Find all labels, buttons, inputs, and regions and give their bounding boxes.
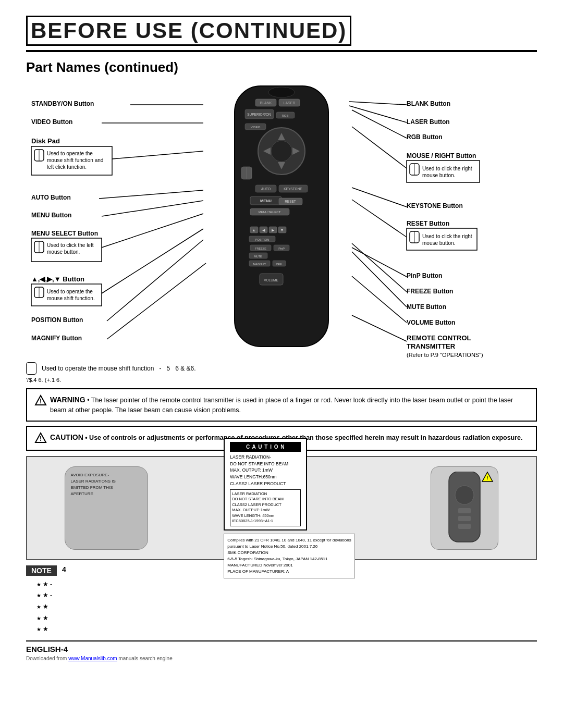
svg-line-82 [352, 248, 407, 277]
note-item-1: ★ - [36, 579, 537, 590]
arrow-callout-1: Used to operate the [47, 289, 93, 294]
svg-line-57 [112, 151, 203, 159]
volume-label: VOLUME Button [407, 319, 455, 326]
note-item-2: ★ - [36, 590, 537, 601]
note-item-3: ★ [36, 601, 537, 613]
svg-rect-94 [458, 516, 471, 521]
svg-text:POSITION: POSITION [255, 238, 269, 241]
laser-label: LASER Button [407, 118, 450, 126]
menuselect-callout-2: mouse button. [47, 249, 80, 255]
caution-label-secondary: LASER RADIATION DO NOT STARE INTO BEAM C… [230, 489, 301, 526]
svg-text:!: ! [40, 435, 42, 442]
mouse-icon [26, 362, 36, 375]
avoid-line-1: AVOID EXPOSURE- [70, 472, 116, 478]
arrow-callout-2: mouse shift function. [47, 295, 95, 301]
download-text: Downloaded from www.Manualslib.com manua… [26, 656, 537, 661]
remote-photo-right-svg [444, 472, 485, 545]
svg-text:SUPERIOR/ON: SUPERIOR/ON [247, 113, 271, 116]
remote-photo-left: AVOID EXPOSURE- LASER RADIATIONS IS EMIT… [65, 466, 148, 550]
sub-ref: '/$.4 6. (+.1 6. [26, 377, 537, 383]
caution-label-primary: C A U T I O N LASER RADIATION- DO NOT ST… [224, 438, 307, 530]
svg-line-68 [107, 240, 203, 321]
svg-line-86 [352, 315, 407, 341]
caution-labels: C A U T I O N LASER RADIATION- DO NOT ST… [224, 438, 354, 578]
svg-text:MUTE: MUTE [254, 255, 262, 258]
svg-text:MENU: MENU [260, 199, 272, 203]
svg-text:RESET: RESET [285, 200, 296, 203]
mouseright-label: MOUSE / RIGHT Button [407, 152, 476, 159]
standby-label: STANDBY/ON Button [31, 100, 94, 107]
warning-title: WARNING [50, 396, 85, 404]
diskpad-label: Disk Pad [31, 137, 60, 145]
diagram-svg: BLANK LASER SUPERIOR/ON RGB VIDEO [26, 81, 537, 362]
diskpad-callout-2: mouse shift function and [47, 157, 103, 163]
warning-box: ! WARNING • The laser pointer of the rem… [26, 388, 537, 422]
warning-sticker: ! [481, 471, 494, 484]
svg-line-70 [349, 102, 407, 105]
svg-text:OFF: OFF [276, 263, 283, 266]
svg-text:!: ! [40, 398, 42, 405]
svg-text:VOLUME: VOLUME [264, 278, 278, 282]
manualslib-link[interactable]: www.Manualslib.com [68, 656, 117, 661]
transmitter-label-1: REMOTE CONTROL [407, 334, 471, 342]
svg-text:PinP: PinP [278, 247, 285, 250]
reset-label: RESET Button [407, 220, 449, 227]
diskpad-callout-1: Used to operate the [47, 151, 93, 156]
note-label: NOTE [26, 565, 57, 576]
svg-text:▲: ▲ [252, 228, 256, 232]
diskpad-callout-3: left click function. [47, 164, 87, 170]
blank-label: BLANK Button [407, 100, 450, 107]
compliance-text: Complies with 21 CFR 1040, 10 and 1040, … [224, 534, 354, 578]
svg-text:MAGNIFY: MAGNIFY [253, 263, 266, 266]
rgb-label: RGB Button [407, 133, 443, 141]
page: BEFORE USE (continued) Part Names (conti… [0, 0, 563, 728]
main-title: BEFORE USE (continued) [26, 16, 537, 52]
warning-icon: ! [34, 394, 47, 407]
mute-label: MUTE Button [407, 303, 446, 311]
pinp-label: PinP Button [407, 272, 442, 279]
note-items: ★ - ★ - ★ ★ ★ [36, 579, 537, 635]
transmitter-ref: (Refer to P.9 "OPERATIONS") [407, 352, 483, 358]
avoid-line-2: LASER RADIATIONS IS [70, 478, 116, 485]
caution-label-content: LASER RADIATION- DO NOT STARE INTO BEAM … [230, 454, 301, 487]
transmitter-label-2: TRANSMITTER [407, 342, 456, 350]
svg-text:RGB: RGB [282, 114, 288, 117]
svg-text:KEYSTONE: KEYSTONE [284, 187, 302, 191]
freeze-label: FREEZE Button [407, 288, 453, 295]
menuselect-callout-1: Used to click the left [47, 242, 94, 248]
title-before: BEFORE USE (continued) [26, 16, 351, 46]
menuselect-label: MENU SELECT Button [31, 230, 98, 237]
note-item-5: ★ [36, 624, 537, 635]
svg-line-85 [352, 276, 407, 323]
remote-photo-right: ! [431, 466, 498, 550]
svg-rect-93 [458, 508, 471, 513]
page-ref-6: 6 & &6. [175, 365, 195, 372]
svg-line-83 [352, 243, 407, 292]
svg-rect-91 [449, 472, 480, 542]
svg-text:FREEZE: FREEZE [255, 247, 266, 250]
page-ref-5: 5 [166, 365, 170, 372]
mouse-shift-text: Used to operate the mouse shift function [42, 365, 154, 372]
svg-line-67 [102, 229, 203, 293]
menu-label: MENU Button [31, 212, 71, 219]
mouse-shift-row: Used to operate the mouse shift function… [26, 362, 537, 375]
keystone-label: KEYSTONE Button [407, 202, 463, 209]
svg-text:▼: ▼ [280, 228, 284, 232]
caution-icon: ! [34, 432, 47, 445]
avoid-line-4: APERTURE [70, 491, 116, 497]
avoid-exposure-text: AVOID EXPOSURE- LASER RADIATIONS IS EMIT… [70, 472, 116, 497]
caution-title: CAUTION [50, 433, 83, 441]
auto-label: AUTO Button [31, 194, 71, 201]
svg-point-1 [268, 87, 295, 97]
svg-point-13 [271, 141, 292, 162]
english-footer: ENGLISH-4 [26, 640, 537, 653]
video-label: VIDEO Button [31, 118, 72, 126]
svg-text:AUTO: AUTO [261, 187, 271, 191]
note-number: 4 [62, 565, 66, 574]
svg-line-84 [352, 252, 407, 307]
section-title: Part Names (continued) [26, 59, 537, 76]
svg-rect-95 [458, 524, 471, 529]
warning-text: • The laser pointer of the remote contro… [50, 397, 513, 414]
note-item-4: ★ [36, 613, 537, 624]
position-label: POSITION Button [31, 316, 83, 324]
